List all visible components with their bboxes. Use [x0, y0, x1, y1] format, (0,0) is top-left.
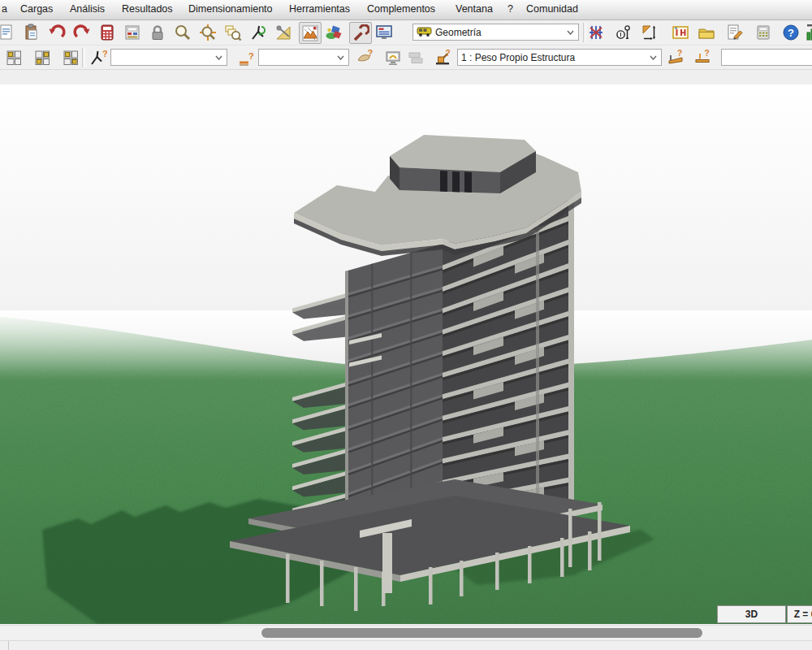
- menu-item-analisis[interactable]: Análisis: [70, 3, 105, 15]
- line-select-combo[interactable]: [258, 49, 349, 66]
- tile-windows-1-icon[interactable]: [4, 48, 24, 67]
- load-value-field[interactable]: [721, 49, 812, 66]
- presentation-icon[interactable]: [383, 48, 403, 67]
- view-mode-value: Geometría: [435, 27, 482, 38]
- calculator-results-icon[interactable]: [123, 23, 142, 42]
- svg-text:?: ?: [446, 49, 451, 58]
- statistics-bars-icon[interactable]: [806, 23, 812, 42]
- loadcase-value: 1 : Peso Propio Estructura: [461, 52, 575, 63]
- node-query-icon[interactable]: ?: [89, 48, 108, 67]
- zoom-icon[interactable]: [173, 23, 192, 42]
- status-bar-divider: [8, 641, 9, 650]
- render-3d-icon[interactable]: [324, 23, 343, 42]
- edit-document-icon[interactable]: [725, 23, 745, 42]
- toolbar-separator: [82, 48, 85, 67]
- menu-item-ventana[interactable]: Ventana: [456, 3, 493, 15]
- menu-item-herramientas[interactable]: Herramientas: [289, 3, 350, 15]
- measure-protractor-icon[interactable]: [274, 23, 293, 42]
- help-icon[interactable]: ?: [781, 23, 801, 42]
- menu-item-complementos[interactable]: Complementos: [367, 3, 435, 15]
- section-table-icon[interactable]: [671, 23, 690, 42]
- load-query-2-icon[interactable]: ?: [693, 48, 712, 67]
- svg-text:?: ?: [788, 27, 794, 39]
- folder-icon[interactable]: [697, 23, 716, 42]
- menu-item-comunidad[interactable]: Comunidad: [526, 3, 578, 15]
- selection-disabled-icon[interactable]: [406, 48, 425, 67]
- paste-document-icon[interactable]: [0, 23, 15, 42]
- svg-text:?: ?: [102, 49, 107, 58]
- svg-text:?: ?: [705, 49, 710, 58]
- surface-query-icon[interactable]: ?: [354, 48, 374, 67]
- report-screen-icon[interactable]: [374, 23, 394, 42]
- horizontal-scrollbar[interactable]: [0, 625, 812, 641]
- regenerate-nodes-icon[interactable]: [248, 23, 268, 42]
- tile-windows-2-icon[interactable]: [32, 48, 52, 67]
- menu-item-help[interactable]: ?: [508, 3, 513, 15]
- node-select-combo[interactable]: [110, 49, 227, 66]
- load-query-1-icon[interactable]: ?: [666, 48, 685, 67]
- loadcase-query-icon[interactable]: ?: [433, 48, 452, 67]
- calculator-gray-icon[interactable]: [754, 23, 773, 42]
- toolbar-secondary: ? ? ? ? 1 : Peso Propio Estructura ? ?: [0, 46, 812, 70]
- dimension-arrows-icon[interactable]: [640, 23, 659, 42]
- lock-icon[interactable]: [148, 23, 167, 42]
- menu-item-resultados[interactable]: Resultados: [122, 3, 173, 15]
- wrench-icon[interactable]: [349, 22, 372, 44]
- redo-icon[interactable]: [72, 23, 92, 42]
- toolbar-main: Geometría ?: [0, 20, 812, 46]
- view-mode-combo[interactable]: Geometría: [412, 24, 579, 41]
- zoom-window-icon[interactable]: [223, 23, 243, 42]
- drawing-hatch-icon[interactable]: [299, 22, 322, 44]
- model-viewport-3d[interactable]: 3D Z = 6: [0, 84, 812, 624]
- scrollbar-thumb[interactable]: [261, 628, 702, 638]
- menu-item-truncated[interactable]: a: [2, 3, 7, 15]
- grid-axes-icon[interactable]: [586, 23, 606, 42]
- tile-windows-3-icon[interactable]: [61, 48, 80, 67]
- menu-item-dimensionamiento[interactable]: Dimensionamiento: [188, 3, 273, 15]
- line-query-icon[interactable]: ?: [236, 48, 256, 67]
- dimension-circle-icon[interactable]: [614, 23, 633, 42]
- svg-text:?: ?: [368, 49, 374, 58]
- clipboard-paste-icon[interactable]: [22, 23, 41, 42]
- menu-item-cargas[interactable]: Cargas: [20, 3, 53, 15]
- view-mode-badge[interactable]: 3D: [717, 605, 786, 623]
- bus-icon: [417, 25, 432, 40]
- zoom-extents-icon[interactable]: [198, 23, 218, 42]
- svg-text:?: ?: [677, 49, 682, 58]
- menu-bar: a Cargas Análisis Resultados Dimensionam…: [0, 0, 812, 20]
- load-value-text: [722, 52, 725, 63]
- toolbar-empty-strip: [0, 70, 812, 85]
- calculator-red-icon[interactable]: [97, 23, 117, 42]
- svg-text:?: ?: [248, 51, 254, 61]
- loadcase-combo[interactable]: 1 : Peso Propio Estructura: [457, 49, 662, 66]
- 3d-model-building-scene: [0, 84, 812, 624]
- status-bar: [0, 640, 812, 650]
- z-coordinate-readout: Z = 6: [787, 605, 812, 623]
- undo-icon[interactable]: [47, 23, 67, 42]
